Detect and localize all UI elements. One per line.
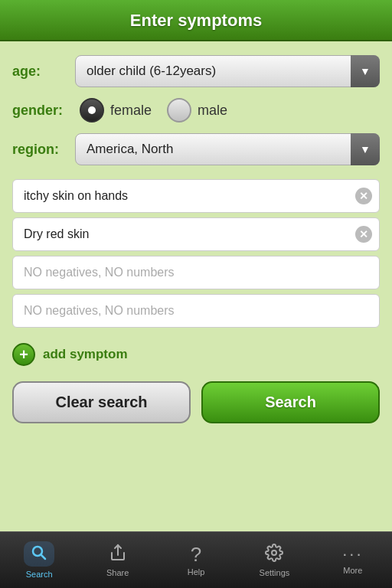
tab-more[interactable]: ··· More [314, 532, 392, 588]
tab-search-highlight [24, 541, 54, 567]
region-row: region: America, North ▼ [12, 133, 380, 165]
female-radio-inner [88, 106, 96, 114]
region-label: region: [12, 142, 67, 158]
add-symptom-row: + add symptom [12, 343, 380, 366]
age-value: older child (6-12years) [87, 64, 216, 79]
symptom-row-3 [12, 256, 380, 289]
symptom-row-4 [12, 294, 380, 328]
action-row: Clear search Search [12, 381, 380, 423]
app-header: Enter symptoms [0, 0, 392, 41]
header-title: Enter symptoms [130, 11, 262, 30]
female-radio-label: female [110, 103, 152, 119]
add-symptom-icon[interactable]: + [12, 343, 35, 366]
age-label: age: [12, 64, 67, 80]
symptom-clear-2[interactable]: ✕ [355, 226, 372, 243]
gender-row: gender: female male [12, 98, 380, 122]
symptom-input-4[interactable] [12, 294, 380, 328]
region-dropdown-arrow: ▼ [351, 133, 380, 165]
share-tab-icon [109, 544, 127, 565]
male-radio-circle [167, 98, 191, 122]
symptom-input-1[interactable] [12, 179, 380, 213]
symptom-clear-1[interactable]: ✕ [355, 188, 372, 204]
share-tab-label: Share [106, 568, 129, 577]
age-select[interactable]: older child (6-12years) [75, 55, 380, 87]
tab-share[interactable]: Share [78, 532, 156, 588]
settings-tab-icon [265, 544, 283, 565]
more-tab-icon: ··· [342, 546, 363, 563]
male-radio-label: male [198, 103, 227, 119]
region-select[interactable]: America, North [75, 133, 380, 165]
symptoms-section: ✕ ✕ [12, 179, 380, 328]
gender-label: gender: [12, 103, 67, 119]
symptom-row-1: ✕ [12, 179, 380, 213]
clear-search-button[interactable]: Clear search [12, 381, 191, 423]
age-select-wrapper: older child (6-12years) ▼ [75, 55, 380, 87]
search-button[interactable]: Search [201, 381, 380, 423]
search-tab-icon [30, 547, 48, 566]
tab-search[interactable]: Search [0, 532, 78, 588]
svg-point-3 [272, 550, 276, 555]
symptom-input-2[interactable] [12, 217, 380, 251]
gender-male-option[interactable]: male [167, 98, 227, 122]
female-radio-circle [80, 98, 104, 122]
search-tab-label: Search [26, 570, 53, 579]
more-tab-label: More [343, 566, 362, 575]
age-row: age: older child (6-12years) ▼ [12, 55, 380, 87]
gender-radio-group: female male [80, 98, 227, 122]
region-select-wrapper: America, North ▼ [75, 133, 380, 165]
help-tab-icon: ? [191, 544, 201, 564]
svg-line-1 [41, 555, 46, 560]
settings-tab-label: Settings [260, 568, 290, 577]
help-tab-label: Help [188, 567, 205, 577]
main-content: age: older child (6-12years) ▼ gender: f… [0, 41, 392, 531]
age-dropdown-arrow: ▼ [351, 55, 380, 87]
symptom-row-2: ✕ [12, 217, 380, 251]
region-value: America, North [87, 142, 173, 157]
tab-bar: Search Share ? Help Settings ··· More [0, 531, 392, 588]
add-symptom-label[interactable]: add symptom [43, 347, 128, 362]
gender-female-option[interactable]: female [80, 98, 152, 122]
tab-help[interactable]: ? Help [157, 532, 235, 588]
symptom-input-3[interactable] [12, 256, 380, 289]
tab-settings[interactable]: Settings [235, 532, 313, 588]
